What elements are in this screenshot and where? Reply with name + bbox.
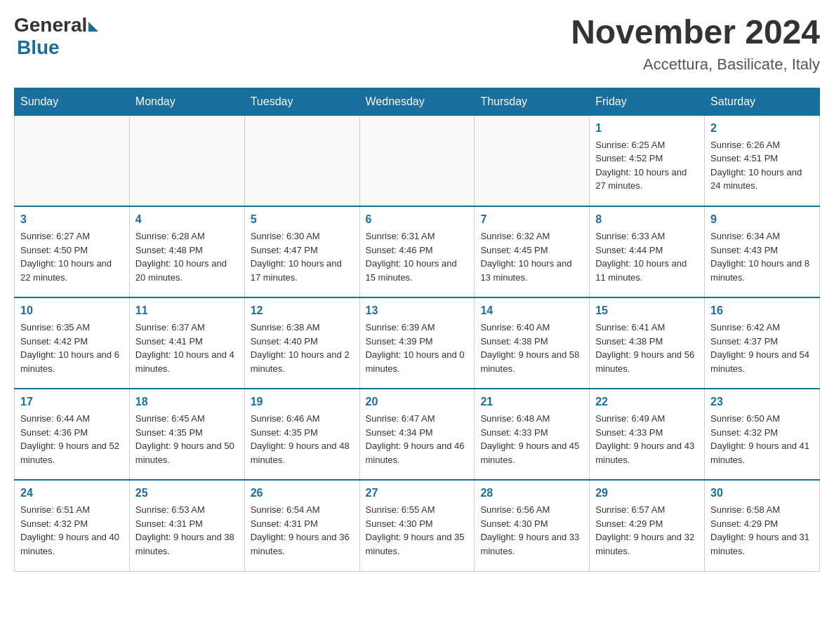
calendar-header-row: SundayMondayTuesdayWednesdayThursdayFrid… bbox=[15, 88, 820, 115]
calendar-cell-empty bbox=[359, 115, 475, 206]
day-info: Sunrise: 6:30 AMSunset: 4:47 PMDaylight:… bbox=[251, 229, 354, 284]
day-info: Sunrise: 6:31 AMSunset: 4:46 PMDaylight:… bbox=[366, 229, 469, 284]
day-info: Sunrise: 6:57 AMSunset: 4:29 PMDaylight:… bbox=[595, 503, 699, 558]
calendar-cell-10: 10Sunrise: 6:35 AMSunset: 4:42 PMDayligh… bbox=[15, 297, 130, 389]
day-info: Sunrise: 6:56 AMSunset: 4:30 PMDaylight:… bbox=[480, 503, 583, 558]
day-info: Sunrise: 6:46 AMSunset: 4:35 PMDaylight:… bbox=[251, 412, 354, 467]
day-info: Sunrise: 6:54 AMSunset: 4:31 PMDaylight:… bbox=[251, 503, 354, 558]
day-number: 28 bbox=[480, 485, 583, 502]
day-info: Sunrise: 6:28 AMSunset: 4:48 PMDaylight:… bbox=[135, 229, 239, 284]
day-number: 29 bbox=[595, 485, 699, 502]
day-info: Sunrise: 6:55 AMSunset: 4:30 PMDaylight:… bbox=[366, 503, 469, 558]
calendar-cell-29: 29Sunrise: 6:57 AMSunset: 4:29 PMDayligh… bbox=[590, 480, 705, 571]
day-number: 13 bbox=[366, 302, 469, 319]
calendar-week-2: 3Sunrise: 6:27 AMSunset: 4:50 PMDaylight… bbox=[15, 206, 820, 297]
logo-general-text: General bbox=[14, 14, 87, 36]
calendar-cell-19: 19Sunrise: 6:46 AMSunset: 4:35 PMDayligh… bbox=[244, 389, 359, 480]
day-number: 14 bbox=[480, 302, 583, 319]
col-header-wednesday: Wednesday bbox=[359, 88, 475, 115]
day-info: Sunrise: 6:51 AMSunset: 4:32 PMDaylight:… bbox=[20, 503, 124, 558]
day-number: 4 bbox=[135, 211, 239, 228]
calendar-cell-13: 13Sunrise: 6:39 AMSunset: 4:39 PMDayligh… bbox=[359, 297, 475, 389]
day-number: 27 bbox=[366, 485, 469, 502]
day-info: Sunrise: 6:44 AMSunset: 4:36 PMDaylight:… bbox=[20, 412, 124, 467]
calendar-cell-9: 9Sunrise: 6:34 AMSunset: 4:43 PMDaylight… bbox=[705, 206, 820, 297]
day-info: Sunrise: 6:26 AMSunset: 4:51 PMDaylight:… bbox=[710, 138, 814, 193]
day-info: Sunrise: 6:25 AMSunset: 4:52 PMDaylight:… bbox=[595, 138, 699, 193]
day-number: 11 bbox=[135, 302, 239, 319]
calendar-cell-11: 11Sunrise: 6:37 AMSunset: 4:41 PMDayligh… bbox=[129, 297, 244, 389]
calendar-cell-14: 14Sunrise: 6:40 AMSunset: 4:38 PMDayligh… bbox=[475, 297, 590, 389]
calendar-cell-15: 15Sunrise: 6:41 AMSunset: 4:38 PMDayligh… bbox=[590, 297, 705, 389]
day-info: Sunrise: 6:50 AMSunset: 4:32 PMDaylight:… bbox=[710, 412, 814, 467]
day-info: Sunrise: 6:37 AMSunset: 4:41 PMDaylight:… bbox=[135, 321, 239, 375]
day-number: 25 bbox=[135, 485, 239, 502]
day-number: 20 bbox=[366, 394, 469, 410]
calendar-table: SundayMondayTuesdayWednesdayThursdayFrid… bbox=[14, 88, 820, 572]
col-header-tuesday: Tuesday bbox=[244, 88, 359, 115]
calendar-cell-2: 2Sunrise: 6:26 AMSunset: 4:51 PMDaylight… bbox=[705, 115, 820, 206]
day-number: 9 bbox=[710, 211, 814, 228]
calendar-cell-25: 25Sunrise: 6:53 AMSunset: 4:31 PMDayligh… bbox=[129, 480, 244, 571]
day-info: Sunrise: 6:27 AMSunset: 4:50 PMDaylight:… bbox=[20, 229, 124, 284]
logo-arrow-icon bbox=[88, 22, 98, 32]
col-header-sunday: Sunday bbox=[15, 88, 130, 115]
calendar-cell-27: 27Sunrise: 6:55 AMSunset: 4:30 PMDayligh… bbox=[359, 480, 475, 571]
calendar-cell-empty bbox=[15, 115, 130, 206]
calendar-cell-1: 1Sunrise: 6:25 AMSunset: 4:52 PMDaylight… bbox=[590, 115, 705, 206]
day-number: 19 bbox=[251, 394, 354, 410]
day-number: 6 bbox=[366, 211, 469, 228]
calendar-cell-23: 23Sunrise: 6:50 AMSunset: 4:32 PMDayligh… bbox=[705, 389, 820, 480]
day-number: 17 bbox=[20, 394, 124, 410]
calendar-week-4: 17Sunrise: 6:44 AMSunset: 4:36 PMDayligh… bbox=[15, 389, 820, 480]
day-info: Sunrise: 6:48 AMSunset: 4:33 PMDaylight:… bbox=[480, 412, 583, 467]
month-title: November 2024 bbox=[571, 14, 820, 51]
day-info: Sunrise: 6:49 AMSunset: 4:33 PMDaylight:… bbox=[595, 412, 699, 467]
col-header-monday: Monday bbox=[129, 88, 244, 115]
calendar-week-5: 24Sunrise: 6:51 AMSunset: 4:32 PMDayligh… bbox=[15, 480, 820, 571]
col-header-friday: Friday bbox=[590, 88, 705, 115]
day-info: Sunrise: 6:33 AMSunset: 4:44 PMDaylight:… bbox=[595, 229, 699, 284]
day-number: 30 bbox=[710, 485, 814, 502]
logo-blue-text: Blue bbox=[17, 36, 60, 59]
day-number: 10 bbox=[20, 302, 124, 319]
day-number: 2 bbox=[710, 120, 814, 137]
day-number: 15 bbox=[595, 302, 699, 319]
calendar-cell-17: 17Sunrise: 6:44 AMSunset: 4:36 PMDayligh… bbox=[15, 389, 130, 480]
title-area: November 2024 Accettura, Basilicate, Ita… bbox=[571, 14, 820, 74]
calendar-cell-3: 3Sunrise: 6:27 AMSunset: 4:50 PMDaylight… bbox=[15, 206, 130, 297]
day-number: 8 bbox=[595, 211, 699, 228]
logo: General Blue bbox=[14, 14, 98, 59]
day-info: Sunrise: 6:53 AMSunset: 4:31 PMDaylight:… bbox=[135, 503, 239, 558]
calendar-cell-28: 28Sunrise: 6:56 AMSunset: 4:30 PMDayligh… bbox=[475, 480, 590, 571]
calendar-cell-26: 26Sunrise: 6:54 AMSunset: 4:31 PMDayligh… bbox=[244, 480, 359, 571]
day-number: 3 bbox=[20, 211, 124, 228]
day-info: Sunrise: 6:40 AMSunset: 4:38 PMDaylight:… bbox=[480, 321, 583, 375]
day-info: Sunrise: 6:42 AMSunset: 4:37 PMDaylight:… bbox=[710, 321, 814, 375]
day-info: Sunrise: 6:32 AMSunset: 4:45 PMDaylight:… bbox=[480, 229, 583, 284]
day-number: 22 bbox=[595, 394, 699, 410]
day-number: 23 bbox=[710, 394, 814, 410]
day-info: Sunrise: 6:47 AMSunset: 4:34 PMDaylight:… bbox=[366, 412, 469, 467]
calendar-cell-16: 16Sunrise: 6:42 AMSunset: 4:37 PMDayligh… bbox=[705, 297, 820, 389]
day-info: Sunrise: 6:34 AMSunset: 4:43 PMDaylight:… bbox=[710, 229, 814, 284]
calendar-cell-24: 24Sunrise: 6:51 AMSunset: 4:32 PMDayligh… bbox=[15, 480, 130, 571]
day-info: Sunrise: 6:35 AMSunset: 4:42 PMDaylight:… bbox=[20, 321, 124, 375]
calendar-week-1: 1Sunrise: 6:25 AMSunset: 4:52 PMDaylight… bbox=[15, 115, 820, 206]
calendar-cell-8: 8Sunrise: 6:33 AMSunset: 4:44 PMDaylight… bbox=[590, 206, 705, 297]
calendar-cell-20: 20Sunrise: 6:47 AMSunset: 4:34 PMDayligh… bbox=[359, 389, 475, 480]
calendar-cell-30: 30Sunrise: 6:58 AMSunset: 4:29 PMDayligh… bbox=[705, 480, 820, 571]
calendar-cell-5: 5Sunrise: 6:30 AMSunset: 4:47 PMDaylight… bbox=[244, 206, 359, 297]
calendar-cell-6: 6Sunrise: 6:31 AMSunset: 4:46 PMDaylight… bbox=[359, 206, 475, 297]
day-number: 18 bbox=[135, 394, 239, 410]
calendar-cell-7: 7Sunrise: 6:32 AMSunset: 4:45 PMDaylight… bbox=[475, 206, 590, 297]
calendar-cell-empty bbox=[244, 115, 359, 206]
page-header: General Blue November 2024 Accettura, Ba… bbox=[14, 14, 820, 74]
day-number: 16 bbox=[710, 302, 814, 319]
col-header-saturday: Saturday bbox=[705, 88, 820, 115]
day-number: 1 bbox=[595, 120, 699, 137]
calendar-cell-22: 22Sunrise: 6:49 AMSunset: 4:33 PMDayligh… bbox=[590, 389, 705, 480]
day-info: Sunrise: 6:58 AMSunset: 4:29 PMDaylight:… bbox=[710, 503, 814, 558]
calendar-week-3: 10Sunrise: 6:35 AMSunset: 4:42 PMDayligh… bbox=[15, 297, 820, 389]
calendar-cell-21: 21Sunrise: 6:48 AMSunset: 4:33 PMDayligh… bbox=[475, 389, 590, 480]
